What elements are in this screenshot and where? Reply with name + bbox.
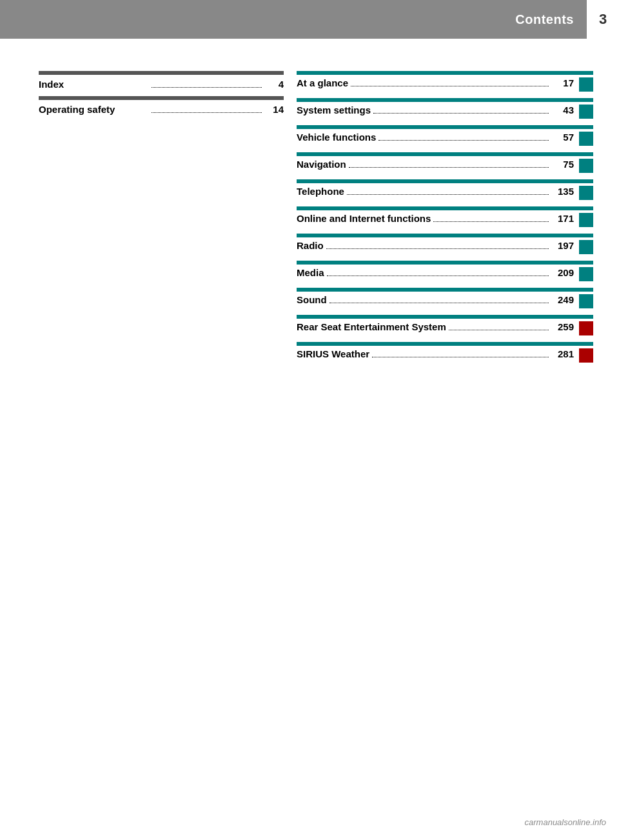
toc-dots-online-internet [433,221,549,222]
toc-label-sirius-weather: SIRIUS Weather [297,348,369,359]
section-tab-telephone [579,186,593,200]
toc-row-operating-safety: Operating safety 14 [39,96,284,115]
toc-row-at-a-glance: At a glance17 [297,71,593,92]
toc-page-operating-safety: 14 [264,104,284,115]
toc-page-radio: 197 [551,240,574,251]
toc-label-operating-safety: Operating safety [39,104,149,115]
section-tab-system-settings [579,105,593,119]
header-bar: Contents 3 [0,0,619,39]
toc-dots-media [327,275,549,276]
left-column: Index 4 Operating safety 14 [39,65,284,814]
toc-label-system-settings: System settings [297,105,371,115]
toc-page-telephone: 135 [551,186,574,197]
toc-label-at-a-glance: At a glance [297,77,348,88]
toc-entry-sound: Sound249 [297,294,574,308]
toc-dots-sirius-weather [372,357,549,357]
toc-page-navigation: 75 [551,159,574,170]
toc-row-sound: Sound249 [297,288,593,308]
toc-row-system-settings: System settings43 [297,98,593,119]
toc-label-media: Media [297,267,324,278]
toc-dots-rear-seat [449,330,549,330]
toc-page-vehicle-functions: 57 [551,132,574,143]
toc-entry-media: Media209 [297,267,574,281]
section-tab-online-internet [579,213,593,227]
toc-row-telephone: Telephone135 [297,179,593,200]
section-tab-sirius-weather [579,348,593,363]
toc-page-media: 209 [551,267,574,278]
section-tab-vehicle-functions [579,132,593,146]
toc-page-sirius-weather: 281 [551,348,574,359]
section-tab-sound [579,294,593,308]
toc-row-index: Index 4 [39,71,284,90]
toc-divider-media [297,261,593,265]
toc-dots-navigation [349,167,549,168]
toc-label-rear-seat: Rear Seat Entertainment System [297,321,446,332]
toc-row-radio: Radio197 [297,234,593,254]
toc-entry-system-settings: System settings43 [297,105,574,119]
toc-entry-radio: Radio197 [297,240,574,254]
right-column: At a glance17System settings43Vehicle fu… [297,65,593,814]
toc-page-at-a-glance: 17 [551,77,574,88]
toc-entry-operating-safety: Operating safety 14 [39,104,284,115]
toc-entry-vehicle-functions: Vehicle functions57 [297,132,574,146]
section-tab-rear-seat [579,321,593,335]
toc-entry-telephone: Telephone135 [297,186,574,200]
toc-page-sound: 249 [551,294,574,305]
toc-dots-index [152,87,262,88]
toc-dots-sound [329,303,549,303]
section-tab-media [579,267,593,281]
toc-row-media: Media209 [297,261,593,281]
toc-dots-vehicle-functions [378,140,549,141]
header-page-number: 3 [587,0,619,39]
toc-row-online-internet: Online and Internet functions171 [297,206,593,227]
toc-divider-operating-safety [39,96,284,100]
toc-entry-at-a-glance: At a glance17 [297,77,574,92]
toc-divider-sound [297,288,593,292]
toc-label-index: Index [39,79,149,90]
section-tab-radio [579,240,593,254]
toc-divider-sirius-weather [297,342,593,346]
toc-divider-at-a-glance [297,71,593,75]
toc-page-system-settings: 43 [551,105,574,115]
toc-divider-rear-seat [297,315,593,319]
toc-page-index: 4 [264,79,284,90]
main-content: Index 4 Operating safety 14 At a glance1… [0,39,619,840]
toc-page-rear-seat: 259 [551,321,574,332]
toc-entry-rear-seat: Rear Seat Entertainment System259 [297,321,574,335]
toc-entry-index: Index 4 [39,79,284,90]
toc-label-sound: Sound [297,294,327,305]
toc-label-radio: Radio [297,240,324,251]
toc-divider-vehicle-functions [297,125,593,129]
toc-divider-telephone [297,179,593,183]
toc-divider-navigation [297,152,593,156]
section-tab-at-a-glance [579,77,593,92]
header-title: Contents [515,12,574,27]
toc-entry-navigation: Navigation75 [297,159,574,173]
toc-page-online-internet: 171 [551,213,574,224]
toc-dots-radio [326,248,549,249]
toc-divider-online-internet [297,206,593,210]
toc-dots-system-settings [373,113,549,114]
watermark: carmanualsonline.info [525,817,606,827]
toc-label-vehicle-functions: Vehicle functions [297,132,376,143]
toc-label-online-internet: Online and Internet functions [297,213,431,224]
toc-row-navigation: Navigation75 [297,152,593,173]
toc-divider-radio [297,234,593,237]
toc-entry-online-internet: Online and Internet functions171 [297,213,574,227]
toc-entry-sirius-weather: SIRIUS Weather281 [297,348,574,363]
toc-label-telephone: Telephone [297,186,344,197]
toc-dots-telephone [347,194,549,195]
toc-divider-system-settings [297,98,593,102]
toc-row-sirius-weather: SIRIUS Weather281 [297,342,593,363]
toc-label-navigation: Navigation [297,159,346,170]
toc-dots-operating-safety [152,112,262,113]
toc-row-vehicle-functions: Vehicle functions57 [297,125,593,146]
toc-dots-at-a-glance [351,86,549,86]
toc-divider-index [39,71,284,75]
toc-row-rear-seat: Rear Seat Entertainment System259 [297,315,593,335]
section-tab-navigation [579,159,593,173]
